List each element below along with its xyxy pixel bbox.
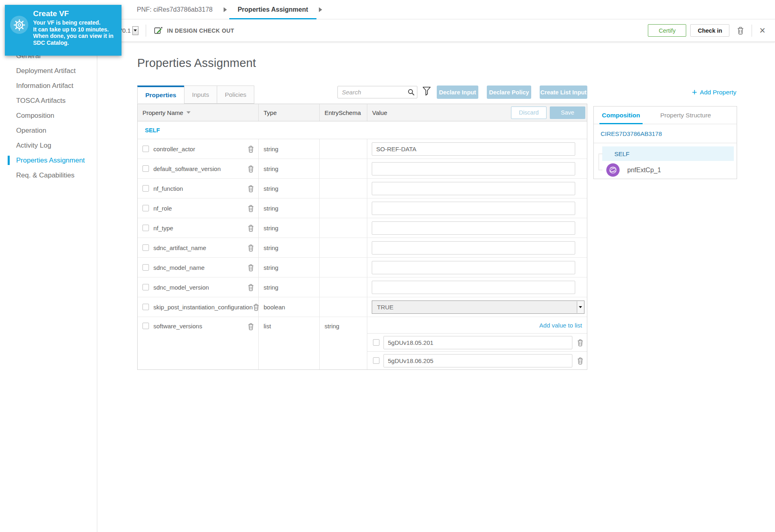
row-checkbox[interactable] bbox=[142, 165, 149, 172]
column-header-property-name[interactable]: Property Name bbox=[138, 104, 259, 121]
list-value-input[interactable] bbox=[383, 336, 572, 349]
delete-list-value-button[interactable] bbox=[577, 357, 584, 365]
row-checkbox[interactable] bbox=[142, 146, 149, 152]
gear-icon bbox=[10, 16, 28, 34]
property-value-input[interactable] bbox=[372, 241, 575, 255]
breadcrumb-pnf[interactable]: PNF: ciRes7d3786ab3178 bbox=[128, 0, 221, 19]
certify-button[interactable]: Certify bbox=[648, 24, 686, 37]
property-value-input[interactable] bbox=[372, 221, 575, 235]
property-entry-schema bbox=[320, 179, 367, 198]
delete-list-value-button[interactable] bbox=[577, 339, 584, 346]
delete-property-button[interactable] bbox=[247, 224, 254, 232]
tab-properties[interactable]: Properties bbox=[137, 86, 184, 104]
sidebar-item-deployment-artifact[interactable]: Deployment Artifact bbox=[0, 63, 97, 78]
list-item-checkbox[interactable] bbox=[373, 357, 379, 364]
property-value-input[interactable] bbox=[372, 261, 575, 274]
scope-self-row[interactable]: SELF bbox=[138, 121, 587, 139]
search-input[interactable] bbox=[337, 86, 417, 98]
delete-property-button[interactable] bbox=[247, 204, 254, 212]
sidebar-item-properties-assignment[interactable]: Properties Assignment bbox=[0, 153, 97, 168]
sidebar-item-activity-log[interactable]: Activity Log bbox=[0, 138, 97, 153]
delete-property-button[interactable] bbox=[247, 244, 254, 252]
property-entry-schema bbox=[320, 297, 367, 317]
sidebar-item-operation[interactable]: Operation bbox=[0, 123, 97, 138]
property-value-input[interactable] bbox=[372, 162, 575, 175]
row-checkbox[interactable] bbox=[142, 304, 149, 310]
sidebar-item-tosca-artifacts[interactable]: TOSCA Artifacts bbox=[0, 93, 97, 108]
property-value-input[interactable] bbox=[372, 142, 575, 156]
tab-composition[interactable]: Composition bbox=[599, 106, 643, 124]
row-checkbox[interactable] bbox=[142, 284, 149, 290]
list-value-input[interactable] bbox=[383, 354, 572, 367]
delete-property-button[interactable] bbox=[247, 185, 254, 192]
filter-funnel-icon bbox=[422, 86, 431, 97]
add-value-to-list-link[interactable]: Add value to list bbox=[539, 322, 582, 329]
table-row: controller_actor string bbox=[138, 139, 587, 159]
boolean-value-select[interactable]: TRUE bbox=[372, 300, 584, 314]
select-dropdown-icon[interactable] bbox=[577, 301, 584, 313]
toolbar: V0.1 IN DESIGN CHECK OUT Certify Check i… bbox=[97, 19, 775, 42]
row-checkbox[interactable] bbox=[142, 244, 149, 251]
composition-panel-tabs: Composition Property Structure bbox=[594, 106, 737, 124]
declare-input-button[interactable]: Declare Input bbox=[437, 86, 478, 99]
version-dropdown-icon[interactable] bbox=[132, 26, 138, 35]
component-name-link[interactable]: CIRES7D3786AB3178 bbox=[594, 124, 737, 143]
table-row: default_software_version string bbox=[138, 159, 587, 179]
create-list-input-button[interactable]: Create List Input bbox=[540, 86, 587, 99]
property-type: string bbox=[259, 277, 320, 297]
chevron-right-icon bbox=[224, 7, 227, 12]
property-name: nf_role bbox=[153, 205, 247, 212]
tab-inputs[interactable]: Inputs bbox=[184, 86, 217, 104]
row-checkbox[interactable] bbox=[142, 185, 149, 192]
breadcrumb: PNF: ciRes7d3786ab3178 Properties Assign… bbox=[97, 0, 775, 19]
sidebar-item-information-artifact[interactable]: Information Artifact bbox=[0, 78, 97, 93]
column-header-entry-schema[interactable]: EntrySchema bbox=[320, 104, 367, 121]
row-checkbox[interactable] bbox=[142, 205, 149, 211]
filter-button[interactable] bbox=[422, 86, 431, 98]
create-vf-toast[interactable]: Create VF Your VF is being created. It c… bbox=[5, 5, 121, 56]
property-value-input[interactable] bbox=[372, 182, 575, 195]
row-checkbox[interactable] bbox=[142, 264, 149, 271]
trash-icon bbox=[247, 185, 254, 192]
add-property-button[interactable]: + Add Property bbox=[692, 88, 736, 97]
composition-tree: SELF pnfExtCp_1 bbox=[594, 143, 737, 179]
trash-icon bbox=[247, 244, 254, 252]
sidebar-item-composition[interactable]: Composition bbox=[0, 108, 97, 123]
delete-property-button[interactable] bbox=[247, 284, 254, 291]
column-header-type[interactable]: Type bbox=[259, 104, 320, 121]
list-item-checkbox[interactable] bbox=[373, 339, 379, 346]
property-type: list bbox=[259, 317, 320, 369]
property-type: string bbox=[259, 159, 320, 178]
delete-property-button[interactable] bbox=[247, 264, 254, 271]
delete-property-button[interactable] bbox=[247, 323, 254, 330]
row-checkbox[interactable] bbox=[142, 225, 149, 231]
row-checkbox[interactable] bbox=[142, 323, 149, 329]
search-box bbox=[337, 86, 417, 98]
property-name: software_versions bbox=[153, 323, 247, 330]
save-button[interactable]: Save bbox=[550, 106, 585, 119]
plus-icon: + bbox=[692, 88, 697, 97]
delete-property-button[interactable] bbox=[247, 165, 254, 173]
delete-property-button[interactable] bbox=[247, 145, 254, 153]
delete-resource-button[interactable] bbox=[737, 26, 744, 35]
sidebar-item-req-capabilities[interactable]: Req. & Capabilities bbox=[0, 168, 97, 183]
sdc-properties-assignment-page: PNF: ciRes7d3786ab3178 Properties Assign… bbox=[0, 0, 775, 532]
property-value-input[interactable] bbox=[372, 281, 575, 294]
checkin-button[interactable]: Check in bbox=[690, 24, 729, 37]
tab-property-structure[interactable]: Property Structure bbox=[658, 106, 714, 124]
property-name: skip_post_instantiation_configuration bbox=[153, 304, 253, 311]
tree-item-self[interactable]: SELF bbox=[602, 146, 734, 161]
breadcrumb-properties-assignment[interactable]: Properties Assignment bbox=[229, 0, 317, 19]
table-row: sdnc_model_version string bbox=[138, 277, 587, 297]
property-name: controller_actor bbox=[153, 146, 247, 152]
declare-policy-button[interactable]: Declare Policy bbox=[487, 86, 531, 99]
table-row: skip_post_instantiation_configuration bo… bbox=[138, 297, 587, 317]
tab-policies[interactable]: Policies bbox=[217, 86, 254, 104]
tree-item-pnfextcp[interactable]: pnfExtCp_1 bbox=[606, 163, 661, 177]
close-button[interactable]: × bbox=[759, 25, 765, 35]
toast-title: Create VF bbox=[33, 9, 117, 18]
instance-label: pnfExtCp_1 bbox=[627, 167, 661, 174]
property-entry-schema bbox=[320, 198, 367, 218]
discard-button[interactable]: Discard bbox=[511, 106, 547, 119]
property-value-input[interactable] bbox=[372, 202, 575, 215]
